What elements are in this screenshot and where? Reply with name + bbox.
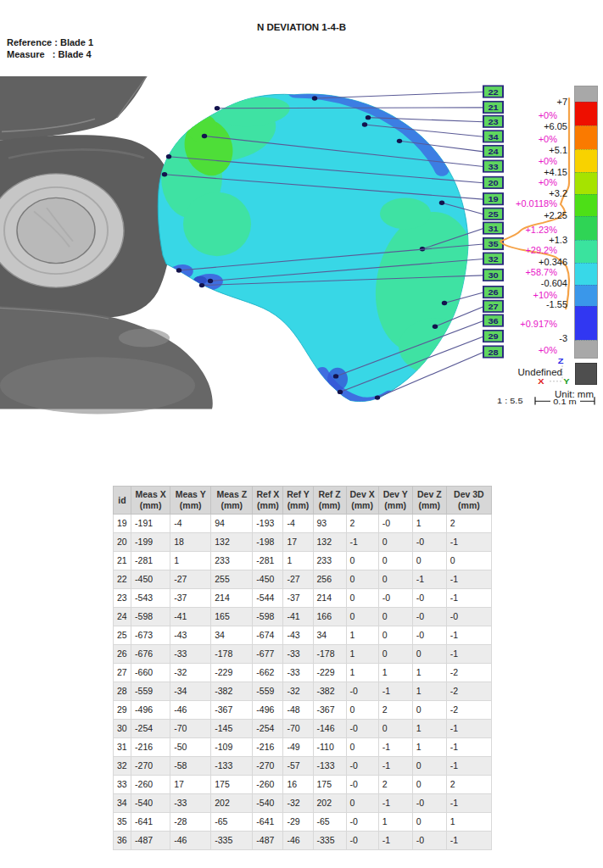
legend-percent: +1.23%: [489, 225, 557, 235]
table-cell: 34: [313, 626, 346, 645]
table-cell: -32: [170, 664, 211, 682]
table-cell: 0: [346, 570, 378, 589]
table-cell: -0: [412, 626, 446, 645]
deviation-table: idMeas X (mm)Meas Y (mm)Meas Z (mm)Ref X…: [113, 486, 492, 850]
legend-segment: [575, 263, 597, 285]
legend-segment: [575, 102, 597, 125]
table-cell: -496: [131, 701, 170, 720]
table-cell: -4: [283, 515, 313, 533]
table-cell: 27: [114, 664, 131, 682]
table-cell: 17: [170, 776, 211, 794]
table-cell: -487: [253, 832, 283, 850]
table-cell: -37: [170, 589, 211, 608]
table-cell: 0: [378, 626, 412, 645]
column-header: Dev 3D (mm): [446, 487, 491, 515]
legend-segment: [575, 125, 597, 149]
table-cell: 1: [346, 626, 378, 645]
table-cell: 132: [211, 533, 253, 552]
table-cell: 214: [211, 589, 253, 608]
table-cell: -0: [346, 682, 378, 701]
table-cell: -1: [378, 738, 412, 757]
table-cell: 17: [283, 533, 313, 552]
table-cell: -65: [211, 813, 253, 832]
table-cell: -1: [446, 720, 491, 738]
column-header: id: [114, 487, 131, 515]
legend-value: -3: [508, 333, 567, 343]
table-cell: 21: [114, 552, 131, 570]
table-cell: 1: [412, 515, 446, 533]
table-cell: -27: [283, 570, 313, 589]
point-label-29[interactable]: 29: [483, 331, 503, 342]
point-dot-25: [439, 201, 444, 205]
table-cell: -382: [313, 682, 346, 701]
table-cell: 20: [114, 533, 131, 552]
table-cell: -32: [283, 794, 313, 813]
table-cell: -4: [170, 515, 211, 533]
table-cell: -677: [253, 645, 283, 664]
point-label-text: 25: [488, 210, 499, 219]
legend-colorbar: [574, 86, 598, 359]
point-label-25[interactable]: 25: [483, 209, 503, 220]
column-header: Meas Y (mm): [170, 487, 211, 515]
table-cell: -110: [313, 738, 346, 757]
table-cell: 31: [114, 738, 131, 757]
table-cell: 0: [378, 552, 412, 570]
table-cell: -27: [170, 570, 211, 589]
legend-segment: [575, 172, 597, 194]
table-cell: -559: [253, 682, 283, 701]
table-cell: 233: [211, 552, 253, 570]
table-cell: -1: [378, 757, 412, 776]
point-dot-23: [366, 115, 371, 120]
table-cell: -1: [378, 794, 412, 813]
table-cell: -1: [378, 682, 412, 701]
deviation-blob-tip: [327, 368, 348, 391]
table-cell: -559: [131, 682, 170, 701]
point-dot-21: [215, 106, 220, 110]
point-label-group: 222123342433201925313532302627362928: [483, 86, 503, 357]
point-label-22[interactable]: 22: [483, 86, 503, 97]
table-cell: -43: [170, 626, 211, 645]
table-cell: -57: [283, 757, 313, 776]
table-cell: 29: [114, 701, 131, 720]
axis-x-label: X: [538, 377, 544, 386]
table-cell: -133: [313, 757, 346, 776]
table-cell: -43: [283, 626, 313, 645]
point-dot-27: [433, 325, 438, 329]
axis-z-label: Z: [558, 357, 564, 365]
table-cell: -46: [283, 832, 313, 850]
table-cell: -0: [346, 720, 378, 738]
table-cell: -1: [446, 570, 491, 589]
table-cell: -70: [170, 720, 211, 738]
legend-value: +0.346: [508, 257, 567, 267]
table-cell: 233: [313, 552, 346, 570]
table-cell: -0: [346, 776, 378, 794]
table-cell: -544: [253, 589, 283, 608]
legend-segment: [575, 149, 597, 172]
point-dot-19: [162, 172, 167, 176]
point-label-27[interactable]: 27: [483, 301, 503, 312]
table-cell: 166: [313, 608, 346, 626]
table-cell: 202: [313, 794, 346, 813]
table-cell: 0: [346, 794, 378, 813]
table-cell: 1: [412, 682, 446, 701]
table-cell: -65: [313, 813, 346, 832]
table-cell: 16: [283, 776, 313, 794]
table-row-21: 21-2811233-28112330000: [114, 552, 492, 570]
reference-line: Reference : Blade 1: [7, 37, 93, 47]
legend-percent: +0%: [489, 156, 557, 166]
table-cell: -50: [170, 738, 211, 757]
table-cell: 0: [378, 570, 412, 589]
legend-value: +2.25: [508, 210, 567, 220]
column-header: Ref X (mm): [253, 487, 283, 515]
unit-label: Unit: mm: [555, 389, 594, 399]
table-cell: 2: [378, 701, 412, 720]
table-cell: 19: [114, 515, 131, 533]
table-cell: -146: [313, 720, 346, 738]
table-cell: 93: [313, 515, 346, 533]
table-row-29: 29-496-46-367-496-48-367020-2: [114, 701, 492, 720]
table-cell: 33: [114, 776, 131, 794]
table-cell: 0: [412, 776, 446, 794]
table-cell: -367: [313, 701, 346, 720]
legend-value: +3.2: [508, 188, 567, 198]
table-cell: 0: [346, 701, 378, 720]
